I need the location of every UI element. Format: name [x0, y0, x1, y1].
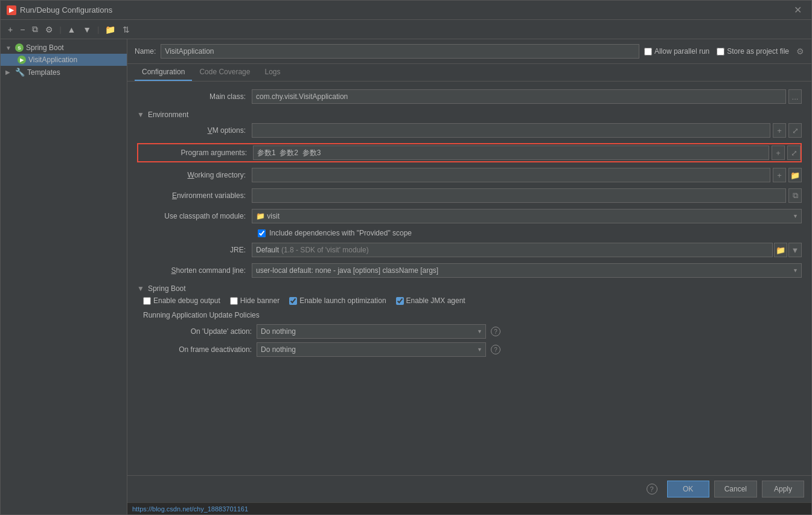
- env-vars-group: ⧉: [252, 188, 802, 203]
- vm-options-label: VM options:: [137, 126, 252, 135]
- include-deps-checkbox[interactable]: [258, 229, 266, 237]
- environment-arrow-icon[interactable]: ▼: [137, 110, 144, 119]
- hide-banner-item: Hide banner: [230, 296, 280, 305]
- close-button[interactable]: ✕: [790, 3, 805, 17]
- on-update-select[interactable]: Do nothing: [257, 324, 486, 339]
- enable-debug-item: Enable debug output: [143, 296, 220, 305]
- shorten-cmd-select[interactable]: user-local default: none - java [options…: [252, 263, 802, 278]
- enable-debug-label: Enable debug output: [153, 296, 220, 305]
- spring-boot-section-header: ▼ Spring Boot: [137, 284, 802, 293]
- shorten-cmd-select-wrapper: user-local default: none - java [options…: [252, 263, 802, 278]
- tree-spring-boot[interactable]: ▼ S Spring Boot: [1, 42, 127, 54]
- folder-button[interactable]: 📁: [103, 24, 118, 36]
- allow-parallel-checkbox[interactable]: [644, 48, 652, 56]
- tab-configuration[interactable]: Configuration: [135, 64, 192, 81]
- on-update-help-icon[interactable]: ?: [491, 327, 500, 336]
- vm-options-fullscreen-button[interactable]: ⤢: [788, 123, 802, 138]
- shorten-cmd-label: Shorten command line:: [137, 266, 252, 275]
- templates-icon: 🔧: [15, 68, 25, 77]
- spring-boot-checkboxes: Enable debug output Hide banner Enable l…: [143, 296, 802, 305]
- enable-launch-item: Enable launch optimization: [289, 296, 386, 305]
- program-args-expand-button[interactable]: +: [772, 146, 785, 160]
- spring-boot-section-arrow-icon[interactable]: ▼: [137, 284, 144, 293]
- hide-banner-checkbox[interactable]: [230, 297, 238, 305]
- program-args-label: Program arguments:: [138, 149, 253, 157]
- dialog-title: Run/Debug Configurations: [20, 5, 112, 14]
- include-deps-row: Include dependencies with "Provided" sco…: [137, 229, 802, 237]
- title-bar-left: ▶ Run/Debug Configurations: [7, 5, 112, 15]
- env-vars-copy-button[interactable]: ⧉: [788, 188, 802, 203]
- name-label: Name:: [135, 47, 156, 56]
- jre-display: Default (1.8 - SDK of 'visit' module): [252, 243, 773, 257]
- apply-button[interactable]: Apply: [762, 481, 804, 497]
- visit-app-label: VisitApplication: [28, 56, 77, 64]
- bottom-link[interactable]: https://blog.csdn.net/chy_18883701161: [132, 505, 248, 513]
- footer: ? OK Cancel Apply: [127, 475, 811, 502]
- env-vars-label: Environment variables:: [137, 191, 252, 200]
- enable-jmx-item: Enable JMX agent: [396, 296, 465, 305]
- jre-row: JRE: Default (1.8 - SDK of 'visit' modul…: [137, 242, 802, 258]
- spring-boot-section: ▼ Spring Boot Enable debug output Hide b…: [137, 284, 802, 357]
- move-down-button[interactable]: ▼: [80, 24, 94, 36]
- ok-button[interactable]: OK: [667, 481, 709, 497]
- classpath-row: Use classpath of module: 📁 visit: [137, 208, 802, 224]
- tab-logs[interactable]: Logs: [257, 64, 287, 81]
- vm-options-group: + ⤢: [252, 123, 802, 138]
- main-class-label: Main class:: [137, 92, 252, 101]
- working-dir-group: + 📁: [252, 168, 802, 182]
- copy-config-button[interactable]: ⧉: [30, 23, 40, 36]
- program-args-group: + ⤢: [253, 146, 801, 160]
- jre-browse-button[interactable]: 📁: [774, 243, 787, 257]
- remove-config-button[interactable]: −: [18, 24, 27, 36]
- tree-visit-application[interactable]: ▶ VisitApplication: [1, 54, 127, 66]
- cancel-button[interactable]: Cancel: [714, 481, 757, 497]
- on-frame-select[interactable]: Do nothing: [257, 342, 486, 357]
- working-dir-row: Working directory: + 📁: [137, 167, 802, 183]
- left-panel: ▼ S Spring Boot ▶ VisitApplication ▶ 🔧 T…: [1, 39, 127, 514]
- main-class-input[interactable]: com.chy.visit.VisitApplication: [252, 89, 786, 104]
- program-args-input[interactable]: [253, 146, 769, 160]
- working-dir-browse-button[interactable]: 📁: [788, 168, 802, 182]
- jre-default-label: Default: [256, 246, 279, 254]
- main-class-browse-button[interactable]: ...: [788, 89, 802, 104]
- vm-options-expand-button[interactable]: +: [773, 123, 786, 138]
- store-project-checkbox[interactable]: [717, 48, 724, 56]
- tree-templates[interactable]: ▶ 🔧 Templates: [1, 66, 127, 78]
- spring-boot-label: Spring Boot: [26, 43, 64, 52]
- hide-banner-label: Hide banner: [240, 296, 280, 305]
- env-vars-row: Environment variables: ⧉: [137, 188, 802, 203]
- include-deps-label: Include dependencies with "Provided" sco…: [269, 229, 412, 237]
- tab-code-coverage[interactable]: Code Coverage: [192, 64, 257, 81]
- add-config-button[interactable]: +: [5, 24, 15, 36]
- classpath-select-wrapper: 📁 visit: [252, 209, 802, 223]
- enable-launch-checkbox[interactable]: [289, 297, 297, 305]
- working-dir-input[interactable]: [252, 168, 770, 182]
- on-frame-help-icon[interactable]: ?: [491, 345, 500, 354]
- allow-parallel-group: Allow parallel run: [644, 47, 709, 56]
- sort-button[interactable]: ⇅: [120, 24, 132, 36]
- toolbar: + − ⧉ ⚙ | ▲ ▼ | 📁 ⇅: [1, 20, 811, 39]
- program-args-fullscreen-button[interactable]: ⤢: [787, 146, 801, 160]
- move-up-button[interactable]: ▲: [65, 24, 78, 36]
- jre-dropdown-button[interactable]: ▼: [788, 243, 802, 257]
- store-project-label: Store as project file: [727, 47, 789, 56]
- config-gear-icon[interactable]: ⚙: [796, 46, 804, 56]
- spring-boot-arrow: ▼: [5, 45, 13, 51]
- env-vars-input[interactable]: [252, 188, 786, 203]
- enable-debug-checkbox[interactable]: [143, 297, 151, 305]
- run-debug-dialog: ▶ Run/Debug Configurations ✕ + − ⧉ ⚙ | ▲…: [0, 0, 812, 515]
- vm-options-input[interactable]: [252, 123, 770, 138]
- shorten-cmd-row: Shorten command line: user-local default…: [137, 263, 802, 278]
- enable-jmx-checkbox[interactable]: [396, 297, 404, 305]
- working-dir-expand-button[interactable]: +: [773, 168, 786, 182]
- environment-label: Environment: [148, 110, 188, 119]
- working-dir-label: Working directory:: [137, 171, 252, 179]
- classpath-select[interactable]: 📁 visit: [252, 209, 802, 223]
- on-update-label: On 'Update' action:: [143, 327, 252, 336]
- settings-button[interactable]: ⚙: [43, 24, 56, 36]
- main-content: ▼ S Spring Boot ▶ VisitApplication ▶ 🔧 T…: [1, 39, 811, 514]
- config-area: Main class: com.chy.visit.VisitApplicati…: [127, 82, 811, 475]
- help-button[interactable]: ?: [647, 484, 657, 494]
- jre-detail-label: (1.8 - SDK of 'visit' module): [281, 246, 369, 254]
- name-input[interactable]: VisitApplication: [161, 44, 639, 59]
